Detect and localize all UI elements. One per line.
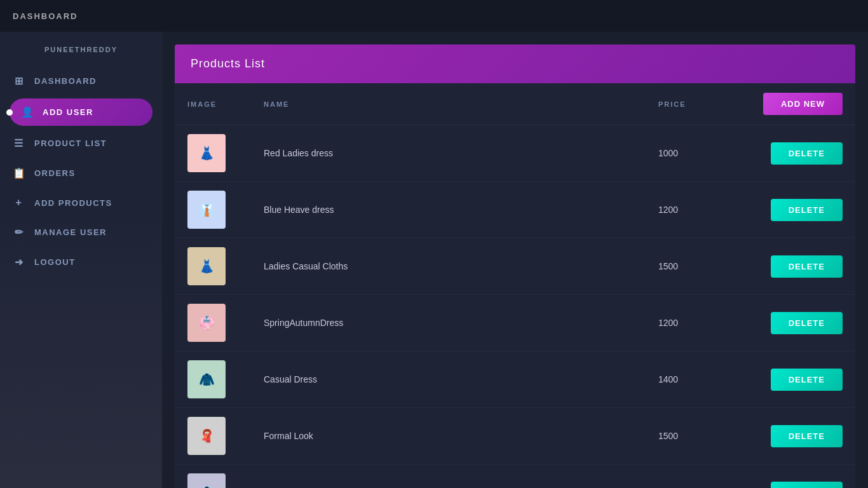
table-row: 🧣Formal Look1500DELETE (175, 408, 855, 464)
product-price-2: 1200 (646, 182, 741, 238)
delete-button-5[interactable]: DELETE (771, 369, 843, 391)
product-image-7: 🧥 (175, 464, 251, 489)
topbar: DASHBOARD (0, 0, 868, 32)
product-image-1: 👗 (175, 125, 251, 182)
delete-button-7[interactable]: DELETE (771, 482, 843, 489)
sidebar-item-label-logout: LOGOUT (34, 257, 76, 267)
product-img-placeholder-5: 🧥 (187, 360, 226, 398)
table-header-row: IMAGE NAME PRICE ADD NEW (175, 83, 855, 125)
product-img-placeholder-4: 👘 (187, 304, 226, 342)
add-products-icon: + (13, 197, 25, 208)
sidebar-item-label-manage-user: MANAGE USER (34, 227, 107, 237)
products-table: IMAGE NAME PRICE ADD NEW 👗Red Ladies dre… (175, 83, 855, 488)
product-name-2: Blue Heave dress (251, 182, 646, 238)
add-new-button[interactable]: ADD NEW (763, 93, 843, 115)
product-action-7: DELETE (741, 464, 855, 489)
product-action-5: DELETE (741, 351, 855, 408)
table-row: 👗Ladies Casual Cloths1500DELETE (175, 238, 855, 295)
sidebar-item-label-add-products: ADD PRODUCTS (34, 198, 112, 208)
table-row: 👘SpringAutumnDress1200DELETE (175, 295, 855, 351)
product-price-4: 1200 (646, 295, 741, 351)
products-panel: Products List IMAGE NAME PRICE ADD NEW 👗… (175, 44, 855, 488)
product-name-6: Formal Look (251, 408, 646, 464)
product-list-icon: ☰ (13, 137, 25, 149)
table-row: 👔Blue Heave dress1200DELETE (175, 182, 855, 238)
col-header-price: PRICE (646, 83, 741, 125)
product-image-2: 👔 (175, 182, 251, 238)
topbar-title: DASHBOARD (13, 11, 78, 21)
col-header-name: NAME (251, 83, 646, 125)
product-action-3: DELETE (741, 238, 855, 295)
sidebar-item-label-product-list: PRODUCT LIST (34, 139, 107, 148)
sidebar-item-dashboard[interactable]: ⊞DASHBOARD (0, 66, 162, 96)
product-price-5: 1400 (646, 351, 741, 408)
sidebar: PUNEETHREDDY ⊞DASHBOARD👤ADD USER☰PRODUCT… (0, 32, 162, 488)
col-header-action: ADD NEW (741, 83, 855, 125)
products-tbody: 👗Red Ladies dress1000DELETE👔Blue Heave d… (175, 125, 855, 489)
sidebar-item-orders[interactable]: 📋ORDERS (0, 158, 162, 188)
product-name-7: Sweter for men (251, 464, 646, 489)
sidebar-item-product-list[interactable]: ☰PRODUCT LIST (0, 128, 162, 158)
product-action-6: DELETE (741, 408, 855, 464)
orders-icon: 📋 (13, 167, 25, 179)
sidebar-item-logout[interactable]: ➜LOGOUT (0, 247, 162, 277)
table-row: 🧥Sweter for men600DELETE (175, 464, 855, 489)
logout-icon: ➜ (13, 256, 25, 268)
manage-user-icon: ✏ (13, 226, 25, 238)
product-image-3: 👗 (175, 238, 251, 295)
table-row: 🧥Casual Dress1400DELETE (175, 351, 855, 408)
add-user-icon: 👤 (21, 106, 34, 118)
sidebar-item-label-orders: ORDERS (34, 168, 76, 178)
product-img-placeholder-6: 🧣 (187, 417, 226, 455)
product-image-4: 👘 (175, 295, 251, 351)
delete-button-2[interactable]: DELETE (771, 199, 843, 221)
sidebar-item-add-user[interactable]: 👤ADD USER (10, 98, 153, 126)
product-action-1: DELETE (741, 125, 855, 182)
delete-button-4[interactable]: DELETE (771, 312, 843, 334)
sidebar-item-label-add-user: ADD USER (43, 107, 93, 117)
product-action-4: DELETE (741, 295, 855, 351)
product-img-placeholder-7: 🧥 (187, 473, 226, 488)
sidebar-item-label-dashboard: DASHBOARD (34, 76, 97, 86)
main-layout: PUNEETHREDDY ⊞DASHBOARD👤ADD USER☰PRODUCT… (0, 32, 868, 488)
dashboard-icon: ⊞ (13, 75, 25, 87)
product-image-6: 🧣 (175, 408, 251, 464)
delete-button-3[interactable]: DELETE (771, 255, 843, 278)
sidebar-nav: ⊞DASHBOARD👤ADD USER☰PRODUCT LIST📋ORDERS+… (0, 63, 162, 280)
sidebar-item-add-products[interactable]: +ADD PRODUCTS (0, 188, 162, 217)
product-price-6: 1500 (646, 408, 741, 464)
panel-header: Products List (175, 44, 855, 83)
main-content: Products List IMAGE NAME PRICE ADD NEW 👗… (162, 32, 868, 488)
product-img-placeholder-2: 👔 (187, 191, 226, 229)
product-name-1: Red Ladies dress (251, 125, 646, 182)
product-name-3: Ladies Casual Cloths (251, 238, 646, 295)
table-row: 👗Red Ladies dress1000DELETE (175, 125, 855, 182)
product-img-placeholder-3: 👗 (187, 247, 226, 285)
delete-button-6[interactable]: DELETE (771, 425, 843, 447)
delete-button-1[interactable]: DELETE (771, 142, 843, 165)
product-name-4: SpringAutumnDress (251, 295, 646, 351)
col-header-image: IMAGE (175, 83, 251, 125)
product-action-2: DELETE (741, 182, 855, 238)
product-image-5: 🧥 (175, 351, 251, 408)
sidebar-username: PUNEETHREDDY (0, 32, 162, 63)
product-price-1: 1000 (646, 125, 741, 182)
product-price-7: 600 (646, 464, 741, 489)
product-name-5: Casual Dress (251, 351, 646, 408)
product-price-3: 1500 (646, 238, 741, 295)
sidebar-item-manage-user[interactable]: ✏MANAGE USER (0, 217, 162, 247)
product-img-placeholder-1: 👗 (187, 134, 226, 172)
